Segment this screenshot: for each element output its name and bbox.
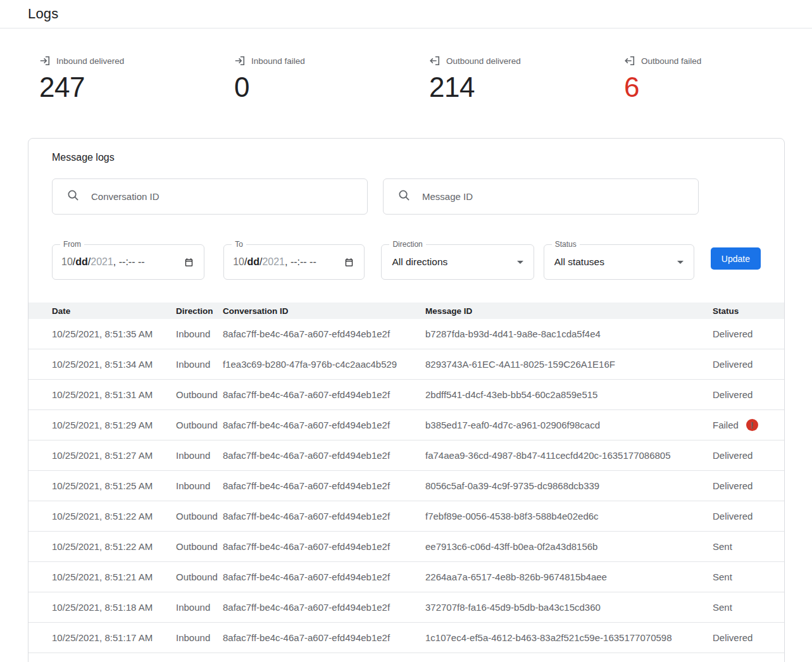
cell-message-id: 8293743A-61EC-4A11-8025-159C26A1E16F bbox=[425, 359, 713, 370]
inbound-icon bbox=[39, 55, 51, 66]
stat-label: Outbound delivered bbox=[446, 56, 521, 66]
cell-status: Delivered ! bbox=[713, 450, 784, 461]
error-icon: ! bbox=[746, 419, 758, 431]
update-button[interactable]: Update bbox=[711, 247, 761, 270]
search-icon bbox=[398, 189, 410, 204]
cell-message-id: 1c107ec4-ef5a-4612-b463-83a2f521c59e-163… bbox=[425, 632, 713, 643]
cell-status: Delivered ! bbox=[713, 328, 784, 339]
calendar-icon[interactable] bbox=[183, 256, 195, 268]
table-body: 10/25/2021, 8:51:35 AM Inbound 8afac7ff-… bbox=[28, 319, 784, 662]
table-row: 10/25/2021, 8:51:14 AM Inbound 8afac7ff-… bbox=[28, 653, 784, 662]
stat-value: 6 bbox=[624, 72, 812, 103]
cell-direction: Inbound bbox=[176, 359, 223, 370]
message-id-input[interactable] bbox=[422, 191, 698, 202]
cell-status: Delivered ! bbox=[713, 480, 784, 491]
cell-conversation-id: 8afac7ff-be4c-46a7-a607-efd494eb1e2f bbox=[223, 571, 425, 582]
cell-conversation-id: 8afac7ff-be4c-46a7-a607-efd494eb1e2f bbox=[223, 328, 425, 339]
outbound-icon bbox=[429, 55, 440, 66]
cell-conversation-id: 8afac7ff-be4c-46a7-a607-efd494eb1e2f bbox=[223, 602, 425, 613]
cell-conversation-id: 8afac7ff-be4c-46a7-a607-efd494eb1e2f bbox=[223, 632, 425, 643]
cell-message-id: 2264aa7a-6517-4e8b-826b-9674815b4aee bbox=[425, 571, 713, 582]
cell-date: 10/25/2021, 8:51:21 AM bbox=[52, 571, 176, 582]
cell-status: Delivered ! bbox=[713, 389, 784, 400]
table-row: 10/25/2021, 8:51:27 AM Inbound 8afac7ff-… bbox=[28, 440, 784, 471]
stat-value: 214 bbox=[429, 72, 624, 103]
table-row: 10/25/2021, 8:51:29 AM Outbound 8afac7ff… bbox=[28, 410, 784, 440]
table-row: 10/25/2021, 8:51:21 AM Outbound 8afac7ff… bbox=[28, 562, 784, 592]
message-logs-card: Message logs From 10/dd/2021, --:-- -- T… bbox=[28, 138, 785, 662]
stats-row: Inbound delivered 247 Inbound failed 0 O… bbox=[39, 55, 812, 103]
cell-direction: Inbound bbox=[176, 602, 223, 613]
table-row: 10/25/2021, 8:51:31 AM Outbound 8afac7ff… bbox=[28, 380, 784, 410]
table-row: 10/25/2021, 8:51:18 AM Inbound 8afac7ff-… bbox=[28, 592, 784, 623]
cell-direction: Outbound bbox=[176, 541, 223, 552]
stat-label: Inbound delivered bbox=[56, 56, 124, 66]
cell-direction: Inbound bbox=[176, 632, 223, 643]
from-date-field[interactable]: From 10/dd/2021, --:-- -- bbox=[52, 244, 204, 280]
from-label: From bbox=[60, 240, 84, 249]
direction-label: Direction bbox=[389, 240, 425, 249]
cell-message-id: fa74aea9-36cd-4987-8b47-411cecfd420c-163… bbox=[425, 450, 713, 461]
stat-label: Outbound failed bbox=[641, 56, 701, 66]
status-value: All statuses bbox=[554, 256, 604, 268]
table-row: 10/25/2021, 8:51:22 AM Outbound 8afac7ff… bbox=[28, 501, 784, 532]
cell-status: Sent ! bbox=[713, 571, 784, 582]
stat-inbound-delivered: Inbound delivered 247 bbox=[39, 55, 234, 103]
cell-direction: Outbound bbox=[176, 389, 223, 400]
cell-date: 10/25/2021, 8:51:27 AM bbox=[52, 450, 176, 461]
cell-date: 10/25/2021, 8:51:17 AM bbox=[52, 632, 176, 643]
cell-message-id: b385ed17-eaf0-4d7c-a961-02906f98cacd bbox=[425, 420, 713, 430]
inbound-icon bbox=[234, 55, 246, 66]
stat-value: 0 bbox=[234, 72, 429, 103]
cell-direction: Outbound bbox=[176, 571, 223, 582]
column-header-status: Status bbox=[713, 306, 784, 316]
cell-date: 10/25/2021, 8:51:31 AM bbox=[52, 389, 176, 400]
message-id-search[interactable] bbox=[383, 178, 699, 215]
chevron-down-icon bbox=[677, 261, 684, 264]
cell-direction: Inbound bbox=[176, 328, 223, 339]
cell-date: 10/25/2021, 8:51:34 AM bbox=[52, 359, 176, 370]
cell-date: 10/25/2021, 8:51:22 AM bbox=[52, 541, 176, 552]
cell-message-id: ee7913c6-c06d-43ff-b0ea-0f2a43d8156b bbox=[425, 541, 713, 552]
column-header-message-id: Message ID bbox=[425, 306, 713, 316]
cell-conversation-id: 8afac7ff-be4c-46a7-a607-efd494eb1e2f bbox=[223, 420, 425, 430]
cell-conversation-id: 8afac7ff-be4c-46a7-a607-efd494eb1e2f bbox=[223, 541, 425, 552]
status-select[interactable]: Status All statuses bbox=[544, 244, 694, 280]
to-date-field[interactable]: To 10/dd/2021, --:-- -- bbox=[223, 244, 365, 280]
calendar-icon[interactable] bbox=[343, 256, 355, 268]
from-date-value: 10/dd/2021, --:-- -- bbox=[61, 256, 145, 268]
page-title: Logs bbox=[28, 6, 59, 22]
cell-date: 10/25/2021, 8:51:22 AM bbox=[52, 511, 176, 521]
to-label: To bbox=[232, 240, 246, 249]
column-header-direction: Direction bbox=[176, 306, 223, 316]
cell-status: Delivered ! bbox=[713, 511, 784, 521]
cell-conversation-id: 8afac7ff-be4c-46a7-a607-efd494eb1e2f bbox=[223, 389, 425, 400]
direction-select[interactable]: Direction All directions bbox=[381, 244, 534, 280]
cell-status: Failed ! bbox=[713, 419, 784, 431]
conversation-id-search[interactable] bbox=[52, 178, 368, 215]
chevron-down-icon bbox=[517, 261, 523, 264]
table-header: Date Direction Conversation ID Message I… bbox=[28, 303, 784, 319]
cell-date: 10/25/2021, 8:51:25 AM bbox=[52, 480, 176, 491]
cell-date: 10/25/2021, 8:51:35 AM bbox=[52, 328, 176, 339]
cell-direction: Inbound bbox=[176, 480, 223, 491]
cell-status: Delivered ! bbox=[713, 359, 784, 370]
cell-status: Sent ! bbox=[713, 602, 784, 613]
status-label: Status bbox=[552, 240, 580, 249]
cell-message-id: 2bdff541-d4cf-43eb-bb54-60c2a859e515 bbox=[425, 389, 713, 400]
cell-direction: Inbound bbox=[176, 450, 223, 461]
cell-direction: Outbound bbox=[176, 511, 223, 521]
cell-message-id: f7ebf89e-0056-4538-b8f3-588b4e02ed6c bbox=[425, 511, 713, 521]
cell-conversation-id: f1ea3c69-b280-47fa-976b-c4c2aac4b529 bbox=[223, 359, 425, 370]
cell-conversation-id: 8afac7ff-be4c-46a7-a607-efd494eb1e2f bbox=[223, 450, 425, 461]
table-row: 10/25/2021, 8:51:22 AM Outbound 8afac7ff… bbox=[28, 532, 784, 562]
direction-value: All directions bbox=[392, 256, 447, 268]
conversation-id-input[interactable] bbox=[91, 191, 367, 202]
cell-conversation-id: 8afac7ff-be4c-46a7-a607-efd494eb1e2f bbox=[223, 480, 425, 491]
cell-conversation-id: 8afac7ff-be4c-46a7-a607-efd494eb1e2f bbox=[223, 511, 425, 521]
cell-status: Delivered ! bbox=[713, 632, 784, 643]
column-header-conversation-id: Conversation ID bbox=[223, 306, 425, 316]
table-row: 10/25/2021, 8:51:17 AM Inbound 8afac7ff-… bbox=[28, 623, 784, 653]
cell-message-id: 372707f8-fa16-45d9-b5db-ba43c15cd360 bbox=[425, 602, 713, 613]
cell-direction: Outbound bbox=[176, 420, 223, 430]
